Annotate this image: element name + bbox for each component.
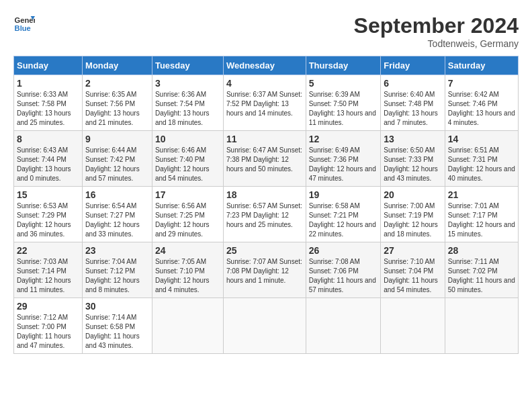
- calendar-cell: [306, 298, 381, 354]
- calendar-week-3: 15Sunrise: 6:53 AM Sunset: 7:29 PM Dayli…: [14, 187, 519, 242]
- day-info: Sunrise: 7:00 AM Sunset: 7:19 PM Dayligh…: [384, 201, 442, 239]
- col-header-monday: Monday: [83, 56, 152, 75]
- day-info: Sunrise: 6:51 AM Sunset: 7:31 PM Dayligh…: [448, 146, 515, 183]
- month-title: September 2024: [354, 13, 519, 38]
- day-info: Sunrise: 7:08 AM Sunset: 7:06 PM Dayligh…: [309, 257, 378, 295]
- calendar-cell: [445, 298, 518, 354]
- day-number: 9: [85, 134, 149, 144]
- calendar-cell: [152, 298, 223, 354]
- day-info: Sunrise: 6:49 AM Sunset: 7:36 PM Dayligh…: [309, 146, 378, 183]
- calendar-cell: 9Sunrise: 6:44 AM Sunset: 7:42 PM Daylig…: [83, 131, 152, 187]
- logo-icon: General Blue: [13, 13, 35, 35]
- calendar-week-5: 29Sunrise: 7:12 AM Sunset: 7:00 PM Dayli…: [14, 298, 519, 354]
- day-number: 20: [384, 189, 442, 200]
- day-number: 23: [85, 245, 149, 256]
- day-info: Sunrise: 6:42 AM Sunset: 7:46 PM Dayligh…: [448, 90, 515, 128]
- calendar-cell: 30Sunrise: 7:14 AM Sunset: 6:58 PM Dayli…: [83, 298, 152, 354]
- day-info: Sunrise: 6:35 AM Sunset: 7:56 PM Dayligh…: [85, 90, 149, 128]
- day-info: Sunrise: 7:10 AM Sunset: 7:04 PM Dayligh…: [384, 257, 442, 295]
- day-info: Sunrise: 7:03 AM Sunset: 7:14 PM Dayligh…: [17, 257, 79, 295]
- day-number: 16: [85, 189, 149, 200]
- calendar-cell: 24Sunrise: 7:05 AM Sunset: 7:10 PM Dayli…: [152, 242, 223, 298]
- calendar-cell: 23Sunrise: 7:04 AM Sunset: 7:12 PM Dayli…: [83, 242, 152, 298]
- day-info: Sunrise: 6:50 AM Sunset: 7:33 PM Dayligh…: [384, 146, 442, 183]
- day-number: 14: [448, 134, 515, 144]
- calendar-cell: 2Sunrise: 6:35 AM Sunset: 7:56 PM Daylig…: [83, 75, 152, 131]
- day-number: 7: [448, 78, 515, 89]
- calendar-cell: 13Sunrise: 6:50 AM Sunset: 7:33 PM Dayli…: [381, 131, 445, 187]
- col-header-tuesday: Tuesday: [152, 56, 223, 75]
- day-number: 3: [155, 78, 220, 89]
- svg-text:Blue: Blue: [15, 24, 31, 32]
- calendar-cell: 1Sunrise: 6:33 AM Sunset: 7:58 PM Daylig…: [14, 75, 83, 131]
- calendar-cell: 14Sunrise: 6:51 AM Sunset: 7:31 PM Dayli…: [445, 131, 518, 187]
- day-number: 25: [226, 245, 303, 256]
- day-number: 13: [384, 134, 442, 144]
- calendar-week-4: 22Sunrise: 7:03 AM Sunset: 7:14 PM Dayli…: [14, 242, 519, 298]
- col-header-friday: Friday: [381, 56, 445, 75]
- day-info: Sunrise: 7:05 AM Sunset: 7:10 PM Dayligh…: [155, 257, 220, 295]
- day-number: 18: [226, 189, 303, 200]
- day-info: Sunrise: 6:54 AM Sunset: 7:27 PM Dayligh…: [85, 201, 149, 239]
- calendar-cell: 28Sunrise: 7:11 AM Sunset: 7:02 PM Dayli…: [445, 242, 518, 298]
- calendar-cell: 11Sunrise: 6:47 AM Sunset: 7:38 PM Dayli…: [223, 131, 306, 187]
- calendar-cell: 15Sunrise: 6:53 AM Sunset: 7:29 PM Dayli…: [14, 187, 83, 242]
- day-info: Sunrise: 6:58 AM Sunset: 7:21 PM Dayligh…: [309, 201, 378, 239]
- day-number: 2: [85, 78, 149, 89]
- calendar-cell: 19Sunrise: 6:58 AM Sunset: 7:21 PM Dayli…: [306, 187, 381, 242]
- title-block: September 2024 Todtenweis, Germany: [354, 13, 519, 49]
- calendar-cell: 18Sunrise: 6:57 AM Sunset: 7:23 PM Dayli…: [223, 187, 306, 242]
- day-info: Sunrise: 6:44 AM Sunset: 7:42 PM Dayligh…: [85, 146, 149, 183]
- day-info: Sunrise: 6:43 AM Sunset: 7:44 PM Dayligh…: [17, 146, 79, 183]
- day-number: 26: [309, 245, 378, 256]
- calendar-cell: [381, 298, 445, 354]
- calendar-cell: 20Sunrise: 7:00 AM Sunset: 7:19 PM Dayli…: [381, 187, 445, 242]
- day-number: 17: [155, 189, 220, 200]
- page-header: General Blue September 2024 Todtenweis, …: [13, 13, 519, 49]
- calendar-cell: 12Sunrise: 6:49 AM Sunset: 7:36 PM Dayli…: [306, 131, 381, 187]
- calendar-cell: [223, 298, 306, 354]
- day-info: Sunrise: 7:11 AM Sunset: 7:02 PM Dayligh…: [448, 257, 515, 295]
- location-subtitle: Todtenweis, Germany: [354, 38, 519, 49]
- day-number: 28: [448, 245, 515, 256]
- day-info: Sunrise: 6:37 AM Sunset: 7:52 PM Dayligh…: [226, 90, 303, 118]
- day-info: Sunrise: 7:12 AM Sunset: 7:00 PM Dayligh…: [17, 313, 79, 351]
- day-number: 21: [448, 189, 515, 200]
- calendar-cell: 4Sunrise: 6:37 AM Sunset: 7:52 PM Daylig…: [223, 75, 306, 131]
- day-number: 19: [309, 189, 378, 200]
- calendar-cell: 25Sunrise: 7:07 AM Sunset: 7:08 PM Dayli…: [223, 242, 306, 298]
- day-number: 4: [226, 78, 303, 89]
- day-info: Sunrise: 6:39 AM Sunset: 7:50 PM Dayligh…: [309, 90, 378, 128]
- day-info: Sunrise: 7:07 AM Sunset: 7:08 PM Dayligh…: [226, 257, 303, 285]
- day-info: Sunrise: 6:47 AM Sunset: 7:38 PM Dayligh…: [226, 146, 303, 174]
- calendar-cell: 6Sunrise: 6:40 AM Sunset: 7:48 PM Daylig…: [381, 75, 445, 131]
- calendar-cell: 22Sunrise: 7:03 AM Sunset: 7:14 PM Dayli…: [14, 242, 83, 298]
- day-number: 27: [384, 245, 442, 256]
- day-number: 10: [155, 134, 220, 144]
- calendar-cell: 29Sunrise: 7:12 AM Sunset: 7:00 PM Dayli…: [14, 298, 83, 354]
- day-number: 22: [17, 245, 79, 256]
- day-info: Sunrise: 7:14 AM Sunset: 6:58 PM Dayligh…: [85, 313, 149, 351]
- day-info: Sunrise: 6:33 AM Sunset: 7:58 PM Dayligh…: [17, 90, 79, 128]
- day-info: Sunrise: 6:46 AM Sunset: 7:40 PM Dayligh…: [155, 146, 220, 183]
- calendar-cell: 27Sunrise: 7:10 AM Sunset: 7:04 PM Dayli…: [381, 242, 445, 298]
- calendar-cell: 21Sunrise: 7:01 AM Sunset: 7:17 PM Dayli…: [445, 187, 518, 242]
- day-number: 1: [17, 78, 79, 89]
- col-header-thursday: Thursday: [306, 56, 381, 75]
- calendar-cell: 16Sunrise: 6:54 AM Sunset: 7:27 PM Dayli…: [83, 187, 152, 242]
- day-number: 30: [85, 301, 149, 312]
- day-number: 24: [155, 245, 220, 256]
- day-info: Sunrise: 6:36 AM Sunset: 7:54 PM Dayligh…: [155, 90, 220, 128]
- day-number: 12: [309, 134, 378, 144]
- day-info: Sunrise: 6:57 AM Sunset: 7:23 PM Dayligh…: [226, 201, 303, 230]
- calendar-cell: 26Sunrise: 7:08 AM Sunset: 7:06 PM Dayli…: [306, 242, 381, 298]
- calendar-cell: 3Sunrise: 6:36 AM Sunset: 7:54 PM Daylig…: [152, 75, 223, 131]
- calendar-cell: 8Sunrise: 6:43 AM Sunset: 7:44 PM Daylig…: [14, 131, 83, 187]
- calendar-week-2: 8Sunrise: 6:43 AM Sunset: 7:44 PM Daylig…: [14, 131, 519, 187]
- day-info: Sunrise: 6:40 AM Sunset: 7:48 PM Dayligh…: [384, 90, 442, 128]
- calendar-cell: 7Sunrise: 6:42 AM Sunset: 7:46 PM Daylig…: [445, 75, 518, 131]
- calendar-cell: 5Sunrise: 6:39 AM Sunset: 7:50 PM Daylig…: [306, 75, 381, 131]
- day-number: 8: [17, 134, 79, 144]
- day-number: 15: [17, 189, 79, 200]
- calendar-cell: 17Sunrise: 6:56 AM Sunset: 7:25 PM Dayli…: [152, 187, 223, 242]
